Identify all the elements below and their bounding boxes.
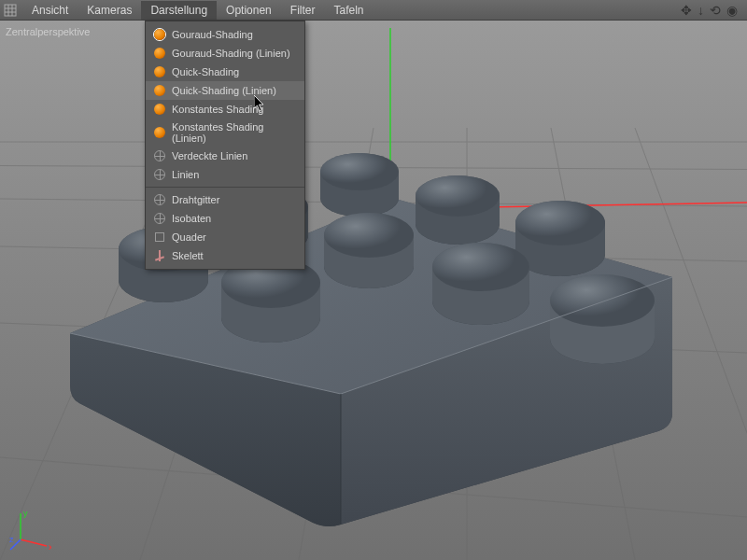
axis-y-label: y bbox=[23, 509, 28, 518]
svg-line-6 bbox=[0, 165, 747, 170]
svg-line-37 bbox=[21, 539, 47, 546]
menu-darstellung[interactable]: Darstellung bbox=[141, 1, 217, 20]
dropdown-item-label: Quick-Shading (Linien) bbox=[172, 85, 276, 96]
wire-icon bbox=[153, 149, 166, 162]
dropdown-item-gouraud-shading-linien-[interactable]: Gouraud-Shading (Linien) bbox=[146, 44, 304, 63]
dropdown-item-label: Skelett bbox=[172, 250, 204, 261]
dropdown-item-label: Quick-Shading bbox=[172, 66, 239, 77]
svg-rect-0 bbox=[5, 5, 16, 16]
axis-x-label: x bbox=[49, 542, 51, 551]
svg-line-13 bbox=[299, 128, 374, 560]
dropdown-item-drahtgitter[interactable]: Drahtgitter bbox=[146, 190, 304, 209]
sphere-icon bbox=[153, 47, 166, 60]
dropdown-item-quader[interactable]: Quader bbox=[146, 228, 304, 246]
sphere-icon bbox=[153, 65, 166, 78]
menu-filter[interactable]: Filter bbox=[281, 1, 325, 20]
menu-ansicht[interactable]: Ansicht bbox=[22, 1, 78, 20]
menu-optionen[interactable]: Optionen bbox=[217, 1, 281, 20]
box-icon bbox=[153, 231, 166, 244]
dropdown-item-label: Drahtgitter bbox=[172, 194, 219, 205]
dropdown-separator bbox=[146, 187, 304, 188]
svg-line-16 bbox=[635, 128, 747, 560]
sphere-icon bbox=[153, 84, 166, 97]
dropdown-item-label: Quader bbox=[172, 231, 206, 243]
viewport-3d[interactable]: x y z bbox=[0, 21, 747, 560]
dropdown-item-linien[interactable]: Linien bbox=[146, 165, 304, 184]
viewport-label: Zentralperspektive bbox=[6, 26, 91, 37]
svg-line-10 bbox=[0, 450, 747, 525]
dropdown-item-label: Konstantes Shading bbox=[172, 104, 263, 115]
sphere-icon bbox=[153, 28, 166, 41]
floor-grid bbox=[0, 21, 747, 560]
dropdown-item-label: Verdeckte Linien bbox=[172, 150, 247, 161]
dropdown-item-label: Konstantes Shading (Linien) bbox=[172, 121, 297, 144]
dropdown-item-konstantes-shading[interactable]: Konstantes Shading bbox=[146, 100, 304, 119]
wire-icon bbox=[153, 168, 166, 181]
axis-gizmo[interactable]: x y z bbox=[9, 509, 51, 551]
dropdown-item-verdeckte-linien[interactable]: Verdeckte Linien bbox=[146, 147, 304, 165]
rotate-icon[interactable]: ⟲ bbox=[708, 3, 723, 18]
move-tool-icon[interactable]: ✥ bbox=[679, 3, 694, 18]
sphere-icon bbox=[153, 103, 166, 116]
dropdown-item-skelett[interactable]: Skelett bbox=[146, 246, 304, 265]
dropdown-item-label: Gouraud-Shading (Linien) bbox=[172, 48, 290, 59]
svg-line-9 bbox=[0, 319, 747, 357]
dropdown-item-gouraud-shading[interactable]: Gouraud-Shading bbox=[146, 25, 304, 44]
dropdown-item-label: Gouraud-Shading bbox=[172, 29, 253, 40]
darstellung-dropdown: Gouraud-ShadingGouraud-Shading (Linien)Q… bbox=[145, 21, 305, 270]
wire-icon bbox=[153, 193, 166, 206]
refresh-icon[interactable]: ↓ bbox=[696, 3, 706, 18]
viewport-toolbar: ✥ ↓ ⟲ ◉ bbox=[679, 3, 743, 18]
app-icon bbox=[4, 4, 17, 17]
menu-kameras[interactable]: Kameras bbox=[78, 1, 141, 20]
dropdown-item-quick-shading[interactable]: Quick-Shading bbox=[146, 63, 304, 81]
dropdown-item-isobaten[interactable]: Isobaten bbox=[146, 209, 304, 228]
skel-icon bbox=[153, 249, 166, 262]
svg-line-7 bbox=[0, 198, 747, 207]
dropdown-item-label: Isobaten bbox=[172, 213, 211, 224]
svg-line-8 bbox=[0, 245, 747, 263]
target-icon[interactable]: ◉ bbox=[725, 3, 740, 18]
wire-icon bbox=[153, 212, 166, 225]
dropdown-item-quick-shading-linien-[interactable]: Quick-Shading (Linien) bbox=[146, 81, 304, 100]
sphere-icon bbox=[153, 126, 166, 139]
dropdown-item-label: Linien bbox=[172, 169, 199, 180]
axis-z-label: z bbox=[9, 535, 14, 544]
dropdown-item-konstantes-shading-linien-[interactable]: Konstantes Shading (Linien) bbox=[146, 119, 304, 147]
svg-line-15 bbox=[551, 128, 635, 560]
menubar: AnsichtKamerasDarstellungOptionenFilterT… bbox=[0, 0, 747, 21]
menu-tafeln[interactable]: Tafeln bbox=[324, 1, 373, 20]
